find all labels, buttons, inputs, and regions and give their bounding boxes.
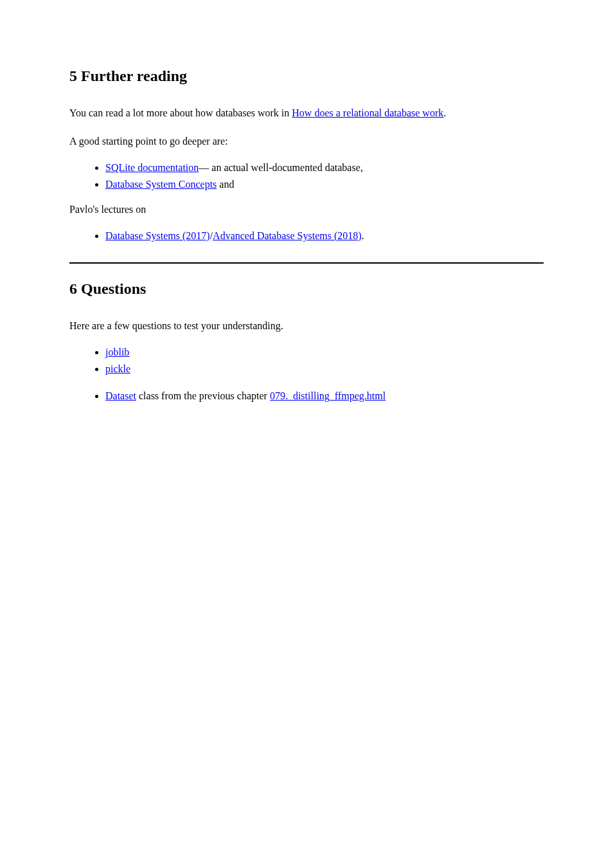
reading-list: SQLite documentation— an actual well-doc… <box>69 162 544 190</box>
pavlo-intro: Pavlo's lectures on <box>69 202 544 217</box>
reading-item-sqlite: SQLite documentation— an actual well-doc… <box>105 162 544 174</box>
pavlo-list: Database Systems (2017)/Advanced Databas… <box>69 230 544 242</box>
question-1-list: joblib pickle <box>69 347 544 375</box>
link-joblib[interactable]: joblib <box>105 347 129 357</box>
intro-text: You can read a lot more about how databa… <box>69 107 292 118</box>
link-dataset[interactable]: Dataset <box>105 390 136 401</box>
pavlo-item: Database Systems (2017)/Advanced Databas… <box>105 230 544 242</box>
link-db-systems-2017[interactable]: Database Systems (2017) <box>105 230 210 241</box>
further-reading-intro: You can read a lot more about how databa… <box>69 105 544 121</box>
deeper-intro: A good starting point to go deeper are: <box>69 134 544 149</box>
reading-item-dbconcepts: Database System Concepts and <box>105 179 544 190</box>
questions-heading: 6 Questions <box>69 280 544 298</box>
link-db-concepts[interactable]: Database System Concepts <box>105 179 217 190</box>
q2-dataset: Dataset class from the previous chapter … <box>105 390 544 402</box>
q2-mid: class from the previous chapter <box>139 390 270 401</box>
link-prev-chapter[interactable]: 079._distilling_ffmpeg.html <box>270 390 386 401</box>
q1-joblib: joblib <box>105 347 544 358</box>
link-pickle[interactable]: pickle <box>105 363 130 374</box>
document-page: 5 Further reading You can read a lot mor… <box>0 0 613 402</box>
intro-after: . <box>443 107 446 118</box>
further-reading-heading: 5 Further reading <box>69 68 544 85</box>
questions-intro: Here are a few questions to test your un… <box>69 318 544 334</box>
link-sqlite-docs[interactable]: SQLite documentation <box>105 162 199 173</box>
reading-item-sqlite-suffix: — an actual well-documented database, <box>199 162 362 173</box>
link-how-db-works[interactable]: How does a relational database work <box>292 107 443 118</box>
section-divider <box>69 262 544 264</box>
pavlo-period: . <box>362 230 364 241</box>
q1-pickle: pickle <box>105 363 544 375</box>
reading-item-dbconcepts-suffix: and <box>217 179 234 190</box>
question-2-list: Dataset class from the previous chapter … <box>69 390 544 402</box>
link-adv-db-2018[interactable]: Advanced Database Systems (2018) <box>213 230 362 241</box>
